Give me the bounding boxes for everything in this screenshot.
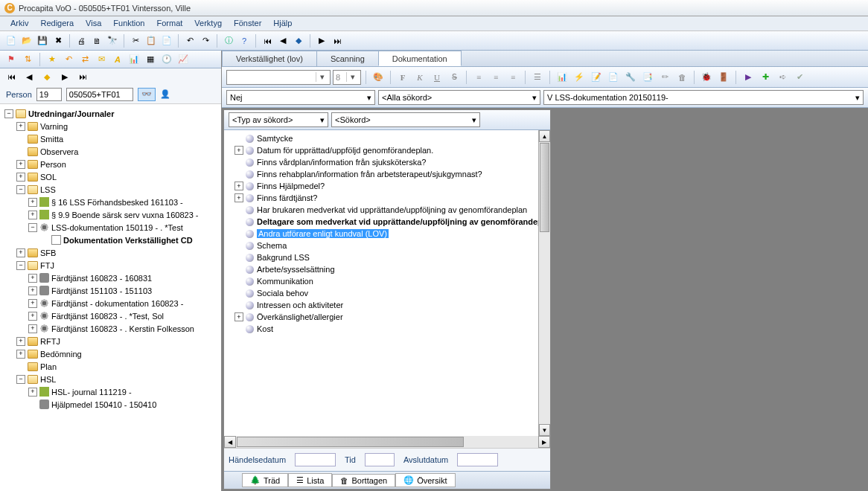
tool-f-icon[interactable]: 📑 [640, 70, 655, 85]
chevron-down-icon[interactable]: ▾ [346, 72, 358, 82]
flag-icon[interactable]: ⚑ [4, 53, 18, 66]
tree-node[interactable]: +Person [1, 158, 220, 170]
expander-icon[interactable]: + [16, 350, 25, 359]
tree-node[interactable]: +HSL- journal 111219 - [1, 385, 220, 398]
menu-format[interactable]: Format [151, 16, 189, 31]
nav-prev-icon[interactable]: ◀ [22, 70, 36, 83]
filter-nej-dropdown[interactable]: Nej ▾ [226, 90, 375, 105]
menu-arkiv[interactable]: Arkiv [4, 16, 34, 31]
scroll-thumb[interactable] [540, 143, 549, 232]
paste-icon[interactable]: 📄 [160, 34, 173, 48]
tree-node[interactable]: Plan [1, 360, 220, 373]
person-search-button[interactable]: 👓 [138, 88, 156, 101]
tool-b-icon[interactable]: ⚡ [572, 70, 587, 85]
view-tab-trad[interactable]: 🌲Träd [242, 473, 288, 487]
check-icon[interactable]: ✔ [792, 70, 807, 85]
expander-icon[interactable]: + [234, 182, 243, 190]
tool-d-icon[interactable]: 📄 [606, 70, 621, 85]
tool-h-icon[interactable]: 🗑 [674, 70, 689, 85]
menu-funktion[interactable]: Funktion [107, 16, 150, 31]
prev-icon[interactable]: ◀ [276, 34, 290, 48]
undo-icon[interactable]: ↶ [183, 34, 197, 48]
menu-visa[interactable]: Visa [80, 16, 107, 31]
keyword-node[interactable]: Samtycke [226, 132, 536, 144]
add-icon[interactable]: ✚ [758, 70, 773, 85]
keyword-node[interactable]: Finns vårdplan/information från sjuksköt… [226, 156, 536, 168]
new-icon[interactable]: 📄 [4, 34, 18, 48]
keyword-node[interactable]: Arbete/sysselsättning [226, 263, 536, 275]
expander-icon[interactable]: + [16, 122, 25, 131]
expander-icon[interactable]: + [28, 211, 37, 219]
expander-icon[interactable]: − [16, 375, 25, 384]
tree-node[interactable]: Smitta [1, 132, 220, 145]
person-id-input[interactable] [36, 88, 62, 101]
vertical-scrollbar[interactable]: ▲ ▼ [538, 130, 550, 436]
tree-node[interactable]: −HSL [1, 373, 220, 385]
expander-icon[interactable]: + [28, 299, 37, 308]
underline-icon[interactable]: U [430, 70, 444, 85]
bold-icon[interactable]: F [395, 70, 410, 85]
tree-node[interactable]: +§ 9.9 Boende särsk serv vuxna 160823 - [1, 208, 220, 221]
preview-icon[interactable]: 🗎 [90, 34, 103, 48]
export-icon[interactable]: ➪ [775, 70, 790, 85]
tree-node[interactable]: −LSS-dokumentation 150119 - . *Test [1, 221, 220, 234]
tool-a-icon[interactable]: 📊 [555, 70, 569, 85]
keyword-node[interactable]: Kommunikation [226, 275, 536, 287]
expander-icon[interactable]: + [28, 324, 37, 333]
tree-node[interactable]: +Färdtjänst - dokumentation 160823 - [1, 297, 220, 309]
undo2-icon[interactable]: ↶ [62, 53, 75, 66]
nav-last-icon[interactable]: ⏭ [76, 70, 89, 83]
bug-icon[interactable]: 🐞 [699, 70, 714, 85]
expander-icon[interactable]: + [28, 274, 37, 283]
keyword-node[interactable]: Finns rehabplan/information från arbetst… [226, 168, 536, 180]
keyword-node[interactable]: Intressen och aktiviteter [226, 299, 536, 311]
filter-sokord2-dropdown[interactable]: <Sökord> ▾ [331, 112, 480, 127]
updown-orange-icon[interactable]: ⇅ [21, 53, 34, 66]
person-number-input[interactable] [66, 88, 133, 101]
chart-icon[interactable]: 📊 [127, 53, 141, 66]
filter-type-dropdown[interactable]: <Typ av sökord> ▾ [229, 112, 328, 127]
avslutdatum-input[interactable] [457, 453, 498, 466]
tree-node[interactable]: +Färdtjänst 151103 - 151103 [1, 284, 220, 297]
italic-icon[interactable]: K [412, 70, 427, 85]
keyword-node[interactable]: Deltagare som medverkat vid upprättande/… [226, 216, 536, 228]
filter-sokord-dropdown[interactable]: <Alla sökord> ▾ [378, 90, 540, 105]
nav-next-icon[interactable]: ▶ [58, 70, 71, 83]
keyword-node[interactable]: +Datum för upprättad/uppföljd genomföran… [226, 144, 536, 156]
tree-node[interactable]: +SFB [1, 246, 220, 259]
expander-icon[interactable]: − [28, 223, 37, 232]
scroll-up-icon[interactable]: ▲ [539, 130, 550, 142]
color-icon[interactable]: 🎨 [371, 70, 386, 85]
tree-node[interactable]: +§ 16 LSS Förhandsbesked 161103 - [1, 196, 220, 208]
open-icon[interactable]: 📂 [20, 34, 33, 48]
next-active-icon[interactable]: ◆ [292, 34, 305, 48]
keyword-node[interactable]: Sociala behov [226, 287, 536, 299]
tree-node[interactable]: +Färdtjänst 160823 - . Kerstin Folkesson [1, 322, 220, 335]
cut-icon[interactable]: ✂ [129, 34, 142, 48]
menu-verktyg[interactable]: Verktyg [188, 16, 228, 31]
expander-icon[interactable]: − [4, 109, 13, 118]
tree-node[interactable]: +Färdtjänst 160823 - . *Test, Sol [1, 309, 220, 322]
chevron-down-icon[interactable]: ▾ [855, 93, 860, 103]
handelsedatum-input[interactable] [295, 453, 336, 466]
keyword-node[interactable]: Kost [226, 323, 536, 335]
swap-icon[interactable]: ⇄ [78, 53, 92, 66]
expander-icon[interactable]: + [16, 173, 25, 182]
expander-icon[interactable]: + [16, 248, 25, 257]
filter-doc-dropdown[interactable]: V LSS-dokumentation 20150119- ▾ [543, 90, 864, 105]
person-silhouette-icon[interactable]: 👤 [160, 89, 170, 99]
door-icon[interactable]: 🚪 [716, 70, 731, 85]
align-right-icon[interactable]: ≡ [505, 70, 520, 85]
scroll-down-icon[interactable]: ▼ [539, 424, 550, 436]
scroll-right-icon[interactable]: ▶ [538, 436, 550, 448]
tree-node[interactable]: +Färdtjänst 160823 - 160831 [1, 272, 220, 284]
tab-verkstallighet[interactable]: Verkställighet (lov) [222, 51, 317, 66]
keyword-tree[interactable]: Samtycke+Datum för upprättad/uppföljd ge… [224, 130, 538, 436]
chevron-down-icon[interactable]: ▾ [367, 93, 371, 103]
tab-scanning[interactable]: Scanning [316, 51, 379, 66]
tree-node[interactable]: +SOL [1, 170, 220, 183]
save-icon[interactable]: 💾 [36, 34, 49, 48]
mail-icon[interactable]: ✉ [95, 53, 108, 66]
chevron-down-icon[interactable]: ▾ [316, 72, 328, 82]
scroll-left-icon[interactable]: ◀ [224, 436, 236, 448]
